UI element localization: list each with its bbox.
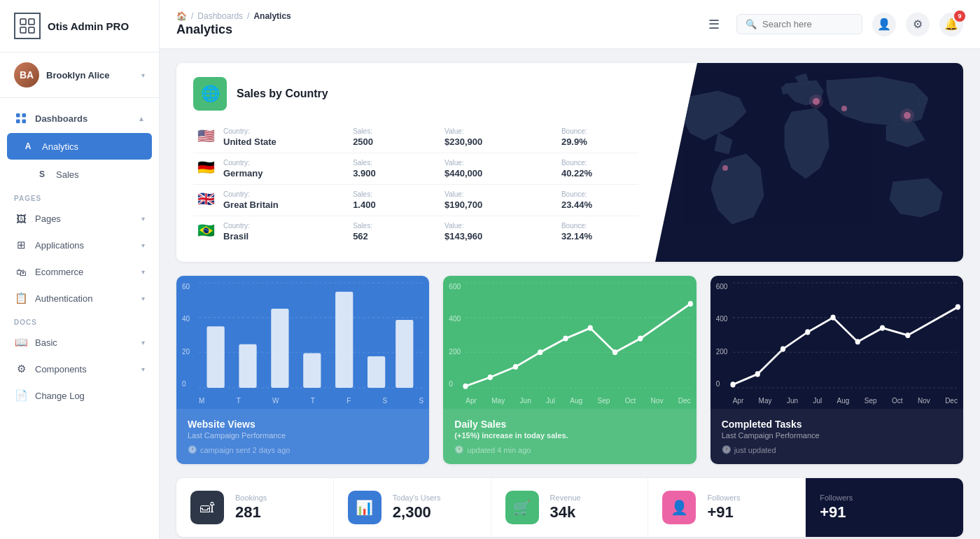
authentication-chevron-icon: ▾ [141,295,145,302]
sidebar-item-ecommerce[interactable]: 🛍 Ecommerce ▾ [0,258,159,285]
daily-sales-line-area [465,283,690,388]
bounce-value: 29.9% [561,136,634,147]
user-circle-icon: 👤 [877,18,891,31]
nav-menu: Dashboards ▲ A Analytics S Sales PAGES 🖼… [0,98,159,539]
bookings-icon: 🛋 [190,491,224,524]
extra-value: +91 [820,503,853,522]
sales-by-country-card: 🌐 Sales by Country 🇺🇸 Country:United Sta… [176,63,963,262]
globe-icon-button: 🌐 [193,77,227,111]
docs-section-label: DOCS [0,312,159,329]
world-map-svg [655,63,963,259]
sidebar: Otis Admin PRO BA Brooklyn Alice ▾ Dashb… [0,0,160,539]
avatar: BA [14,62,39,88]
svg-point-49 [955,304,960,310]
sidebar-item-authentication[interactable]: 📋 Authentication ▾ [0,285,159,312]
svg-point-11 [809,94,823,108]
completed-tasks-footer: Completed Tasks Last Campaign Performanc… [710,409,963,464]
sales-table-section: 🌐 Sales by Country 🇺🇸 Country:United Sta… [176,63,655,262]
settings-icon-button[interactable]: ⚙ [906,13,930,36]
svg-rect-3 [29,27,34,33]
completed-tasks-time: 🕐 just updated [722,445,952,454]
sidebar-item-pages[interactable]: 🖼 Pages ▾ [0,205,159,232]
revenue-value: 34k [550,503,581,522]
bookings-label: Bookings [235,493,267,502]
svg-rect-4 [16,113,20,118]
svg-point-29 [488,374,493,380]
svg-rect-2 [20,27,26,33]
flag-br: 🇧🇷 [197,223,215,238]
country-value: United State [223,136,321,147]
website-views-x-labels: MTWTFSS [199,397,424,405]
search-icon: 🔍 [746,19,757,29]
flag-gb: 🇬🇧 [197,191,215,206]
header-left: 🏠 / Dashboards / Analytics Analytics [176,11,697,37]
daily-sales-subtitle: (+15%) increase in today sales. [454,431,685,440]
map-section [655,63,963,262]
value-value: $230,900 [444,136,529,147]
header-right: 🔍 👤 ⚙ 🔔 9 [736,13,963,36]
search-box[interactable]: 🔍 [736,14,862,34]
table-row: 🇧🇷 Country:Brasil Sales:562 Value:$143,9… [193,216,638,248]
svg-point-36 [688,301,693,307]
user-icon-button[interactable]: 👤 [872,13,896,36]
svg-point-12 [900,108,914,122]
svg-point-31 [538,349,542,355]
svg-point-35 [638,336,643,342]
sidebar-item-components[interactable]: ⚙ Components ▾ [0,356,159,382]
revenue-icon: 🛒 [505,491,539,524]
title-group: 🏠 / Dashboards / Analytics Analytics [176,11,697,37]
svg-rect-7 [22,120,27,124]
website-views-subtitle: Last Campaign Performance [188,431,418,440]
user-profile[interactable]: BA Brooklyn Alice ▾ [0,52,159,98]
sidebar-item-applications[interactable]: ⊞ Applications ▾ [0,232,159,258]
svg-point-48 [905,332,910,338]
svg-rect-19 [271,309,288,388]
dashboards-icon [14,111,28,125]
sidebar-item-basic[interactable]: 📖 Basic ▾ [0,329,159,356]
svg-point-34 [612,349,617,355]
page-title: Analytics [176,22,697,37]
notifications-icon-button[interactable]: 🔔 9 [939,13,963,36]
search-input[interactable] [762,19,853,29]
changelog-label: Change Log [35,391,145,401]
value-label: Value: [444,127,529,135]
main-area: 🏠 / Dashboards / Analytics Analytics ☰ 🔍… [160,0,980,539]
pages-icon: 🖼 [14,211,28,225]
svg-point-41 [730,382,735,387]
clock-icon: 🕐 [722,445,732,454]
followers-label: Followers [707,493,740,502]
sales-card-title: Sales by Country [237,88,328,100]
basic-label: Basic [35,337,134,348]
components-label: Components [35,364,134,374]
sales-letter: S [35,167,49,181]
sidebar-item-changelog[interactable]: 📄 Change Log [0,382,159,409]
today-users-value: 2,300 [393,503,441,522]
logo-area: Otis Admin PRO [0,0,159,52]
notification-badge: 9 [954,10,965,22]
svg-point-32 [564,336,568,342]
stat-extra-info: Followers +91 [820,493,853,522]
svg-point-10 [722,165,728,171]
sidebar-item-analytics[interactable]: A Analytics [7,133,152,160]
header: 🏠 / Dashboards / Analytics Analytics ☰ 🔍… [160,0,980,49]
dashboards-label: Dashboards [35,113,131,124]
hamburger-icon[interactable]: ☰ [708,17,720,32]
clock-icon: 🕐 [188,445,197,454]
charts-row: 60 40 20 0 [176,276,963,464]
svg-rect-20 [303,353,321,388]
sales-label: Sales [56,169,145,180]
components-icon: ⚙ [14,362,28,376]
daily-sales-percent: (+15%) [454,431,479,440]
authentication-icon: 📋 [14,291,28,305]
sidebar-item-sales[interactable]: S Sales [0,161,159,188]
daily-sales-y-labels: 600 400 200 0 [449,283,461,388]
user-chevron-icon: ▾ [141,71,145,79]
breadcrumb-sep2: / [247,11,249,21]
completed-tasks-chart: 600 400 200 0 [710,276,963,409]
authentication-label: Authentication [35,293,134,304]
svg-point-28 [463,384,468,389]
website-views-bar-area [199,283,424,388]
app-name: Otis Admin PRO [48,20,129,32]
sidebar-item-dashboards[interactable]: Dashboards ▲ [0,105,159,132]
stat-today-users-info: Today's Users 2,300 [393,493,441,522]
